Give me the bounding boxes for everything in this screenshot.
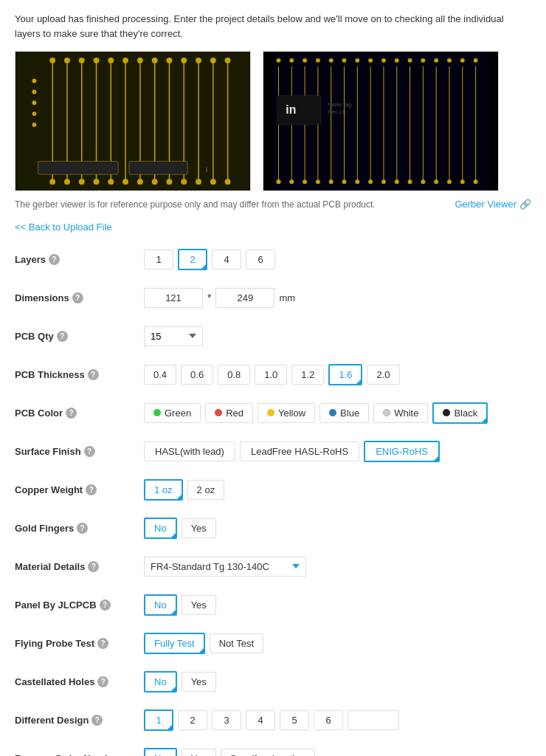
gold-fingers-help-icon[interactable]: ? [77,523,88,534]
flying-probe-not-test[interactable]: Not Test [210,633,263,653]
different-design-help-icon[interactable]: ? [91,715,103,726]
diff-design-4[interactable]: 4 [246,710,275,730]
svg-point-91 [408,179,412,184]
diff-design-1[interactable]: 1 [144,709,173,731]
order-num-specify-location[interactable]: Specify a location [221,749,315,757]
gold-fingers-yes[interactable]: Yes [182,518,216,538]
thickness-1.0[interactable]: 1.0 [255,365,287,385]
pcb-thickness-controls: 0.4 0.6 0.8 1.0 1.2 1.6 2.0 [144,364,400,385]
color-black[interactable]: Black [432,402,488,424]
gerber-viewer-link[interactable]: Gerber Viewer 🔗 [455,199,531,210]
svg-point-37 [196,179,201,185]
material-details-select[interactable]: FR4-Standard Tg 130-140C FR4-Medium Tg 1… [144,557,306,577]
color-yellow[interactable]: Yellow [258,403,315,423]
pcb-color-help-icon[interactable]: ? [66,408,77,419]
svg-point-32 [122,179,128,185]
color-red[interactable]: Red [205,403,253,423]
project-details-form: Layers ? 1 2 4 6 Dimensions ? * mm PCB Q… [15,246,531,756]
dimensions-help-icon[interactable]: ? [72,292,83,303]
thickness-1.2[interactable]: 1.2 [291,365,324,385]
svg-point-86 [342,179,347,184]
color-green[interactable]: Green [144,403,201,423]
flying-probe-help-icon[interactable]: ? [97,638,108,649]
surface-finish-help-icon[interactable]: ? [84,446,95,457]
dimensions-label: Dimensions ? [15,292,144,303]
svg-point-16 [79,58,85,63]
thickness-0.8[interactable]: 0.8 [218,365,250,385]
different-design-label: Different Design ? [15,715,144,726]
different-design-row: Different Design ? 1 2 3 4 5 6 [15,707,531,733]
panel-no[interactable]: No [144,594,177,616]
diff-design-extra-input[interactable] [348,710,399,730]
svg-rect-46 [129,161,187,174]
castellated-yes[interactable]: Yes [182,672,216,692]
svg-point-31 [108,179,114,185]
order-num-no[interactable]: No [144,748,177,757]
castellated-holes-help-icon[interactable]: ? [97,676,108,687]
intro-text: Your upload has finished processing. Ent… [15,12,531,41]
surface-hasl-lead[interactable]: HASL(with lead) [144,441,235,461]
panel-by-jlcpcb-label: Panel By JLCPCB ? [15,599,144,611]
surface-hasl-leadfree[interactable]: LeadFree HASL-RoHS [240,441,359,461]
thickness-0.6[interactable]: 0.6 [181,365,213,385]
panel-yes[interactable]: Yes [182,595,216,615]
svg-point-34 [152,179,158,185]
layers-help-icon[interactable]: ? [49,254,60,265]
svg-point-40 [32,79,36,83]
layers-option-2[interactable]: 2 [178,249,207,270]
layers-option-1[interactable]: 1 [144,250,173,269]
thickness-0.4[interactable]: 0.4 [144,365,176,385]
thickness-1.6[interactable]: 1.6 [328,364,362,385]
surface-finish-controls: HASL(with lead) LeadFree HASL-RoHS ENIG-… [144,441,440,462]
svg-point-87 [355,179,359,184]
color-blue[interactable]: Blue [319,403,369,423]
dimensions-height-input[interactable] [215,288,274,308]
diff-design-5[interactable]: 5 [280,710,309,730]
surface-finish-row: Surface Finish ? HASL(with lead) LeadFre… [15,438,531,464]
copper-2oz[interactable]: 2 oz [187,480,225,500]
svg-point-25 [210,58,216,63]
pcb-qty-help-icon[interactable]: ? [57,331,68,342]
color-white[interactable]: White [373,403,428,423]
svg-point-53 [329,58,334,63]
material-details-help-icon[interactable]: ? [88,561,99,572]
copper-weight-help-icon[interactable]: ? [86,484,97,495]
layers-option-6[interactable]: 6 [246,250,275,269]
flying-probe-fully-test[interactable]: Fully Test [144,633,205,654]
svg-rect-45 [38,161,118,174]
red-dot [215,409,222,416]
svg-point-54 [342,58,347,63]
pcb-color-label: PCB Color ? [15,408,144,419]
copper-1oz[interactable]: 1 oz [144,479,183,501]
gold-fingers-no[interactable]: No [144,518,177,539]
pcb-image-front: i [15,51,251,191]
dimensions-row: Dimensions ? * mm [15,284,531,311]
surface-finish-label: Surface Finish ? [15,446,144,457]
svg-point-61 [434,58,438,63]
svg-point-39 [225,179,231,185]
castellated-holes-row: Castellated Holes ? No Yes [15,668,531,695]
diff-design-2[interactable]: 2 [178,710,207,730]
remove-order-number-row: Remove Order Number No Yes Specify a loc… [15,745,531,756]
thickness-2.0[interactable]: 2.0 [367,365,399,385]
diff-design-3[interactable]: 3 [212,710,241,730]
black-dot [443,409,450,416]
svg-point-82 [289,179,294,184]
gold-fingers-label: Gold Fingers ? [15,523,144,534]
layers-row: Layers ? 1 2 4 6 [15,246,531,272]
pcb-qty-select[interactable]: 5 10 15 20 25 30 50 100 [144,326,203,346]
back-to-upload-link[interactable]: << Back to Upload File [15,221,531,233]
gold-fingers-row: Gold Fingers ? No Yes [15,515,531,541]
panel-jlcpcb-help-icon[interactable]: ? [100,599,111,611]
dimensions-width-input[interactable] [144,288,203,308]
svg-point-24 [196,58,201,63]
pcb-thickness-help-icon[interactable]: ? [88,369,99,380]
dimensions-controls: * mm [144,288,295,308]
layers-option-4[interactable]: 4 [212,250,241,269]
order-num-yes[interactable]: Yes [182,749,216,757]
pcb-color-controls: Green Red Yellow Blue White Black [144,402,488,424]
blue-dot [329,409,336,416]
surface-enig[interactable]: ENIG-RoHS [364,441,440,462]
diff-design-6[interactable]: 6 [314,710,343,730]
castellated-no[interactable]: No [144,671,177,693]
